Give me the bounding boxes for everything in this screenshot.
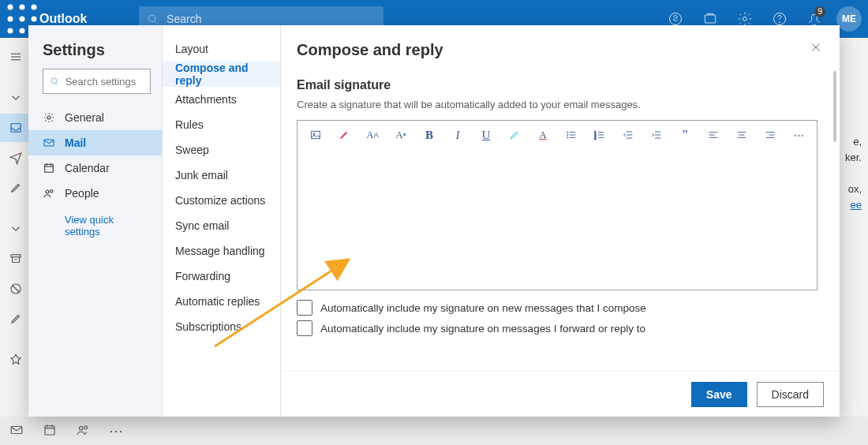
- svg-point-1: [20, 5, 25, 10]
- settings-title: Settings: [43, 41, 151, 59]
- more-format-icon[interactable]: ⋯: [791, 128, 806, 142]
- nav-calendar[interactable]: Calendar: [28, 155, 162, 181]
- sub-automatic-replies[interactable]: Automatic replies: [163, 289, 280, 314]
- svg-line-30: [56, 83, 58, 84]
- svg-rect-19: [11, 255, 21, 257]
- signature-editor[interactable]: AA A▾ B I U A 123 ” ⋯: [297, 120, 817, 290]
- settings-sublist: Layout Compose and reply Attachments Rul…: [163, 25, 281, 417]
- settings-panel: Compose and reply Email signature Create…: [281, 25, 840, 417]
- settings-dialog: Settings General Mail Calendar People Vi…: [28, 25, 840, 417]
- more-modules-icon[interactable]: ⋯: [109, 422, 125, 439]
- indent-icon[interactable]: [649, 128, 664, 142]
- scrollbar[interactable]: [833, 71, 836, 142]
- svg-point-43: [567, 132, 568, 133]
- svg-point-4: [20, 17, 25, 22]
- nav-mail[interactable]: Mail: [28, 130, 162, 155]
- svg-rect-41: [312, 131, 320, 138]
- settings-search[interactable]: [43, 69, 151, 94]
- section-title: Email signature: [297, 78, 817, 92]
- svg-point-29: [51, 78, 57, 84]
- highlight-icon[interactable]: [337, 128, 351, 142]
- sub-rules[interactable]: Rules: [163, 112, 280, 137]
- checkbox-forward-reply-label: Automatically include my signature on me…: [320, 323, 645, 335]
- svg-point-37: [46, 190, 49, 193]
- sub-junk[interactable]: Junk email: [163, 163, 280, 188]
- align-right-icon[interactable]: [763, 128, 777, 142]
- svg-point-45: [567, 137, 568, 138]
- view-quick-settings-link[interactable]: View quick settings: [65, 214, 151, 237]
- italic-icon[interactable]: I: [451, 128, 465, 142]
- svg-point-13: [743, 17, 747, 21]
- sent-icon[interactable]: [0, 144, 32, 172]
- align-center-icon[interactable]: [735, 128, 749, 142]
- sub-sync-email[interactable]: Sync email: [163, 213, 280, 238]
- people-module-icon[interactable]: [76, 423, 90, 439]
- left-rail: [0, 38, 32, 417]
- brand-label: Outlook: [39, 12, 87, 26]
- sub-sweep[interactable]: Sweep: [163, 137, 280, 163]
- inbox-icon[interactable]: [0, 114, 32, 142]
- svg-point-2: [32, 5, 37, 10]
- svg-point-44: [567, 134, 568, 135]
- premium-icon[interactable]: [0, 346, 32, 374]
- settings-nav: Settings General Mail Calendar People Vi…: [28, 25, 163, 417]
- chevron-down-icon[interactable]: [0, 84, 32, 112]
- avatar[interactable]: ME: [836, 6, 862, 32]
- svg-rect-22: [11, 426, 22, 433]
- font-size-icon[interactable]: A▾: [394, 128, 408, 142]
- outdent-icon[interactable]: [621, 128, 635, 142]
- sub-compose-reply[interactable]: Compose and reply: [163, 62, 280, 87]
- mail-module-icon[interactable]: [9, 423, 24, 439]
- editor-body[interactable]: [297, 149, 817, 290]
- svg-point-38: [51, 190, 53, 193]
- sub-forwarding[interactable]: Forwarding: [163, 264, 280, 289]
- calendar-module-icon[interactable]: [43, 423, 57, 439]
- align-left-icon[interactable]: [706, 128, 720, 142]
- quote-icon[interactable]: ”: [678, 128, 692, 142]
- svg-text:3: 3: [594, 136, 597, 140]
- checkbox-forward-reply[interactable]: [297, 320, 312, 336]
- discard-button[interactable]: Discard: [757, 382, 824, 407]
- editor-toolbar: AA A▾ B I U A 123 ” ⋯: [297, 121, 817, 149]
- underline-icon[interactable]: U: [479, 128, 493, 142]
- bold-icon[interactable]: B: [422, 128, 436, 142]
- notes-icon[interactable]: [0, 305, 32, 333]
- svg-rect-12: [705, 15, 715, 23]
- svg-point-9: [149, 15, 156, 22]
- svg-point-15: [780, 22, 780, 23]
- font-family-icon[interactable]: AA: [365, 128, 380, 142]
- drafts-icon[interactable]: [0, 174, 32, 202]
- close-icon[interactable]: [810, 41, 822, 56]
- font-color-icon[interactable]: A: [536, 128, 550, 142]
- bottom-rail: ⋯: [0, 417, 868, 445]
- panel-title: Compose and reply: [297, 41, 817, 59]
- sub-layout[interactable]: Layout: [163, 36, 280, 62]
- bullet-list-icon[interactable]: [564, 128, 578, 142]
- svg-point-3: [8, 17, 13, 22]
- search-input[interactable]: [166, 13, 376, 25]
- svg-line-10: [155, 21, 158, 24]
- dialog-footer: Save Discard: [281, 371, 840, 417]
- numbered-list-icon[interactable]: 123: [593, 128, 607, 142]
- checkbox-new-messages-label: Automatically include my signature on ne…: [320, 302, 646, 314]
- svg-point-0: [8, 5, 13, 10]
- hamburger-icon[interactable]: [0, 43, 32, 71]
- insert-image-icon[interactable]: [309, 128, 323, 142]
- sub-subscriptions[interactable]: Subscriptions: [163, 314, 280, 339]
- save-button[interactable]: Save: [691, 382, 747, 407]
- sub-customize-actions[interactable]: Customize actions: [163, 188, 280, 213]
- pen-icon[interactable]: [507, 128, 522, 142]
- svg-point-7: [20, 28, 25, 34]
- sub-message-handling[interactable]: Message handling: [163, 238, 280, 264]
- svg-line-21: [13, 286, 20, 293]
- chevron-down-icon[interactable]: [0, 215, 32, 243]
- settings-search-input[interactable]: [65, 76, 144, 88]
- nav-people[interactable]: People: [28, 181, 162, 206]
- checkbox-new-messages[interactable]: [297, 300, 312, 316]
- sub-attachments[interactable]: Attachments: [163, 87, 280, 112]
- svg-point-27: [80, 426, 84, 430]
- svg-point-31: [47, 116, 51, 119]
- nav-general[interactable]: General: [28, 105, 162, 130]
- archive-icon[interactable]: [0, 245, 32, 273]
- block-icon[interactable]: [0, 275, 32, 303]
